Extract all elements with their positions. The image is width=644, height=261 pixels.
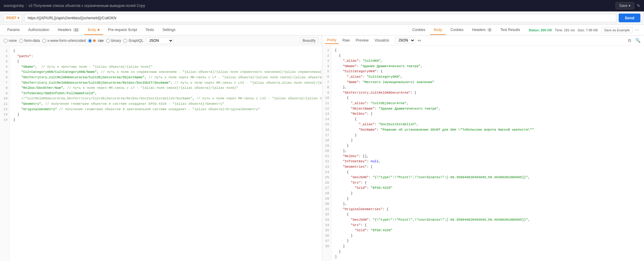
response-sub-tabs: Pretty Raw Preview Visualize JSON XML HT… [322, 36, 644, 45]
save-dropdown-icon: ▾ [629, 4, 630, 8]
line-numbers: 12345 678910 11121314 [0, 46, 10, 261]
status-ok: Status: 200 OK Time: 181 ms Size: 7.86 K… [529, 28, 598, 32]
resp-tab-cookies[interactable]: Cookies [447, 25, 467, 35]
body-type-graphql[interactable]: GraphQL [123, 39, 143, 43]
resp-sub-tab-pretty[interactable]: Pretty [325, 37, 339, 44]
request-code-editor[interactable]: 12345 678910 11121314 { "paths": [ "GNam… [0, 46, 322, 261]
request-code-content[interactable]: { "paths": [ "GName", // путь к простому… [10, 46, 322, 261]
resp-sub-tab-raw[interactable]: Raw [340, 37, 352, 44]
send-button[interactable]: Send [619, 14, 640, 22]
top-bar-actions: Save ▾ ✎ [615, 2, 640, 9]
body-type-binary[interactable]: binary [106, 39, 121, 43]
tab-settings[interactable]: Settings [159, 25, 179, 35]
beautify-button[interactable]: Beautify [300, 37, 318, 44]
method-label: POST [6, 16, 16, 20]
top-bar: sosnogorsky / v2 Получение списка объект… [0, 0, 644, 11]
body-type-urlencoded[interactable]: x-www-form-urlencoded [42, 39, 86, 43]
body-type-raw[interactable]: raw [88, 39, 103, 43]
save-label: Save [619, 4, 627, 8]
request-body-panel: none form-data x-www-form-urlencoded raw… [0, 36, 322, 261]
tab-headers[interactable]: Headers 12 [54, 25, 83, 35]
resp-sub-tab-preview[interactable]: Preview [353, 37, 371, 44]
page-title: v2 Получение списка объектов с ограничен… [29, 4, 145, 8]
copy-response-button[interactable]: ⧉ [627, 37, 632, 44]
response-panel: Pretty Raw Preview Visualize JSON XML HT… [322, 36, 644, 261]
response-actions: ⧉ 🔍 [627, 37, 642, 44]
tab-tests[interactable]: Tests [142, 25, 158, 35]
tab-prerequest[interactable]: Pre-request Script [104, 25, 141, 35]
edit-button[interactable]: ✎ [637, 3, 640, 8]
username: sosnogorsky [4, 4, 24, 8]
url-bar: POST ▾ Send [0, 11, 644, 25]
json-response[interactable]: 12345 678910 1112131415 1617181920 21222… [322, 45, 644, 261]
response-format-select[interactable]: JSON XML HTML Text [395, 37, 415, 44]
url-input[interactable] [24, 14, 617, 22]
save-as-example-button[interactable]: Save as Example [601, 27, 633, 33]
more-options-button[interactable]: ⋯ [634, 27, 640, 33]
tab-params[interactable]: Params [4, 25, 23, 35]
resp-tab-body[interactable]: Body [430, 25, 446, 35]
format-select[interactable]: JSON Text JavaScript XML HTML [146, 37, 173, 44]
body-type-formdata[interactable]: form-data [19, 39, 40, 43]
response-line-numbers: 12345 678910 1112131415 1617181920 21222… [322, 45, 331, 261]
resp-tab-headers[interactable]: Headers 9 [469, 25, 496, 35]
method-select[interactable]: POST ▾ [4, 14, 22, 22]
body-type-tabs: none form-data x-www-form-urlencoded raw… [0, 36, 322, 46]
response-json-content: [ { "_alias": "CultOKN", "GName": "Здани… [331, 45, 644, 261]
method-chevron-icon: ▾ [17, 16, 19, 20]
search-response-button[interactable]: 🔍 [634, 37, 642, 44]
main-content: none form-data x-www-form-urlencoded raw… [0, 36, 644, 261]
resp-tab-test-results[interactable]: Test Results [497, 25, 524, 35]
breadcrumb: sosnogorsky / v2 Получение списка объект… [4, 4, 613, 8]
tab-body[interactable]: Body [84, 25, 103, 35]
save-button[interactable]: Save ▾ [615, 2, 634, 9]
resp-sub-tab-visualize[interactable]: Visualize [372, 37, 392, 44]
body-type-none[interactable]: none [4, 39, 17, 43]
resp-tab-cookies-left[interactable]: Cookies [409, 25, 429, 35]
wrap-icon[interactable]: ⇔ [418, 38, 421, 43]
request-tabs: Params Authorization Headers 12 Body Pre… [0, 25, 644, 36]
tab-authorization[interactable]: Authorization [24, 25, 53, 35]
breadcrumb-sep: / [26, 4, 27, 8]
